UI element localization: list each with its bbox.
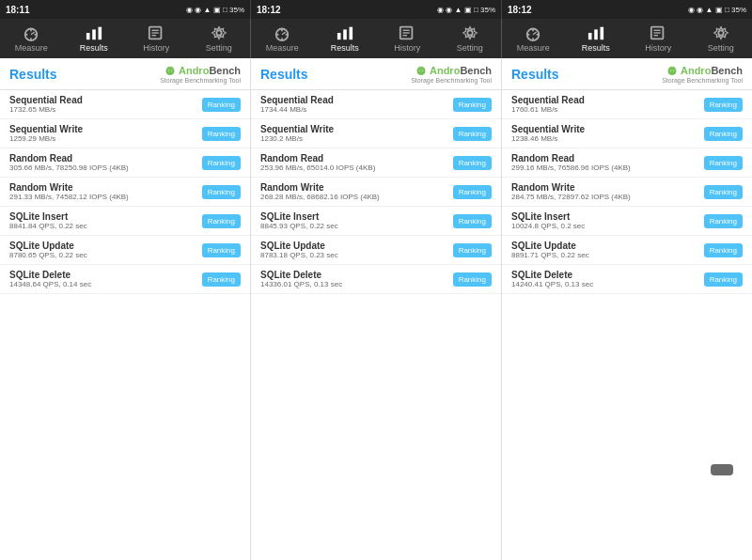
ranking-button[interactable]: Ranking [453, 214, 492, 228]
nav-item-setting[interactable]: Setting [690, 19, 753, 58]
nav-label: Measure [266, 43, 299, 53]
bench-value: 8845.93 QPS, 0.22 sec [260, 222, 453, 230]
ranking-button[interactable]: Ranking [202, 214, 241, 228]
bench-value: 299.16 MB/s, 76586.96 IOPS (4KB) [511, 163, 704, 172]
bench-info: Sequential Read 1760.61 MB/s [511, 95, 704, 114]
measure-icon [272, 24, 292, 41]
svg-rect-35 [594, 29, 598, 39]
ranking-button[interactable]: Ranking [202, 185, 241, 199]
ranking-button[interactable]: Ranking [704, 185, 743, 199]
panel-title: Results [511, 67, 559, 82]
svg-rect-43 [167, 70, 173, 74]
nav-item-setting[interactable]: Setting [439, 19, 502, 58]
ranking-button[interactable]: Ranking [202, 127, 241, 141]
nav-item-results[interactable]: Results [314, 19, 377, 58]
nav-item-results[interactable]: Results [63, 19, 126, 58]
bench-info: Random Read 299.16 MB/s, 76586.96 IOPS (… [511, 153, 704, 172]
history-icon [146, 24, 166, 41]
bench-info: SQLite Delete 14240.41 QPS, 0.13 sec [511, 270, 704, 288]
ranking-button[interactable]: Ranking [704, 127, 743, 141]
ranking-button[interactable]: Ranking [453, 127, 492, 141]
androbench-logo: AndroBench Storage Benchmarking Tool [662, 64, 743, 84]
panel-header: Results AndroBench Storage Benchmarking … [251, 58, 501, 90]
nav-item-measure[interactable]: Measure [502, 19, 565, 58]
svg-point-27 [467, 30, 472, 35]
bench-value: 8783.18 QPS, 0.23 sec [260, 251, 453, 259]
bench-row: SQLite Delete 14348.64 QPS, 0.14 sec Ran… [0, 265, 250, 294]
svg-line-19 [282, 32, 286, 35]
androbench-logo: AndroBench Storage Benchmarking Tool [160, 64, 241, 84]
panel-title: Results [9, 67, 57, 82]
ranking-button[interactable]: Ranking [202, 98, 241, 112]
nav-item-history[interactable]: History [627, 19, 690, 58]
bench-value: 1734.44 MB/s [260, 105, 453, 114]
bench-row: Sequential Write 1238.46 MB/s Ranking [502, 119, 752, 148]
nav-item-measure[interactable]: Measure [251, 19, 314, 58]
bench-row: SQLite Update 8780.65 QPS, 0.22 sec Rank… [0, 236, 250, 265]
ranking-button[interactable]: Ranking [453, 156, 492, 170]
bench-info: Sequential Write 1230.2 MB/s [260, 124, 453, 143]
svg-rect-59 [669, 70, 675, 74]
nav-label: Results [331, 43, 359, 53]
status-bar: 18:12 ◉ ◉ ▲ ▣ □ 35% [502, 0, 752, 19]
bench-name: Random Read [9, 153, 202, 163]
svg-point-63 [673, 70, 674, 71]
bench-value: 10024.8 QPS, 0.2 sec [511, 222, 704, 230]
status-icons: ◉ ◉ ▲ ▣ □ 35% [186, 6, 244, 14]
status-bar: 18:12 ◉ ◉ ▲ ▣ □ 35% [251, 0, 502, 19]
ranking-button[interactable]: Ranking [704, 272, 743, 287]
ranking-button[interactable]: Ranking [453, 272, 492, 287]
ranking-button[interactable]: Ranking [453, 243, 492, 257]
results-panel: Results AndroBench Storage Benchmarking … [251, 58, 502, 560]
nav-bar: Measure Results History Setting [0, 19, 251, 58]
nav-label: Results [582, 43, 610, 53]
ranking-button[interactable]: Ranking [453, 98, 492, 112]
nav-item-measure[interactable]: Measure [0, 19, 63, 58]
svg-point-46 [168, 70, 169, 71]
panel-header: Results AndroBench Storage Benchmarking … [0, 58, 250, 90]
bench-info: Sequential Read 1734.44 MB/s [260, 95, 453, 114]
nav-label: History [645, 43, 671, 53]
bench-info: Random Write 268.28 MB/s, 68682.16 IOPS … [260, 182, 453, 201]
svg-line-33 [533, 32, 537, 35]
measure-icon [523, 24, 543, 41]
logo-text-main: AndroBench [681, 65, 743, 76]
results-panel: Results AndroBench Storage Benchmarking … [502, 58, 752, 560]
nav-label: Measure [15, 43, 48, 53]
nav-item-results[interactable]: Results [565, 19, 628, 58]
ranking-button[interactable]: Ranking [704, 156, 743, 170]
svg-point-55 [422, 70, 423, 71]
bench-row: Random Write 268.28 MB/s, 68682.16 IOPS … [251, 178, 501, 207]
bench-info: SQLite Update 8783.18 QPS, 0.23 sec [260, 241, 453, 259]
bench-info: Random Read 253.96 MB/s, 65014.0 IOPS (4… [260, 153, 453, 172]
ranking-button[interactable]: Ranking [704, 243, 743, 257]
nav-item-history[interactable]: History [125, 19, 188, 58]
status-bar: 18:11 ◉ ◉ ▲ ▣ □ 35% [0, 0, 251, 19]
ranking-button[interactable]: Ranking [202, 243, 241, 257]
nav-item-setting[interactable]: Setting [188, 19, 251, 58]
ranking-button[interactable]: Ranking [704, 98, 743, 112]
bench-row: Random Read 253.96 MB/s, 65014.0 IOPS (4… [251, 148, 501, 178]
setting-icon [209, 24, 229, 41]
ranking-button[interactable]: Ranking [202, 272, 241, 287]
ranking-button[interactable]: Ranking [202, 156, 241, 170]
ranking-button[interactable]: Ranking [704, 214, 743, 228]
android-icon [666, 64, 678, 77]
logo-top: AndroBench [666, 64, 743, 77]
nav-bar: Measure Results History Setting [502, 19, 752, 58]
svg-rect-51 [418, 70, 424, 74]
results-panel: Results AndroBench Storage Benchmarking … [0, 58, 251, 560]
nav-label: Setting [708, 43, 734, 53]
nav-item-history[interactable]: History [376, 19, 439, 58]
main-wrapper: 18:11 ◉ ◉ ▲ ▣ □ 35% 18:12 ◉ ◉ ▲ ▣ □ 35% … [0, 0, 752, 560]
status-icons: ◉ ◉ ▲ ▣ □ 35% [437, 6, 495, 14]
bench-info: SQLite Delete 14336.01 QPS, 0.13 sec [260, 270, 453, 288]
bench-name: Sequential Read [9, 95, 202, 105]
logo-top: AndroBench [415, 64, 492, 77]
bench-name: Sequential Write [260, 124, 453, 134]
ranking-button[interactable]: Ranking [453, 185, 492, 199]
bench-name: Sequential Read [260, 95, 453, 105]
bench-info: SQLite Delete 14348.64 QPS, 0.14 sec [9, 270, 202, 288]
bench-name: Random Write [260, 182, 453, 193]
svg-rect-34 [588, 33, 592, 39]
